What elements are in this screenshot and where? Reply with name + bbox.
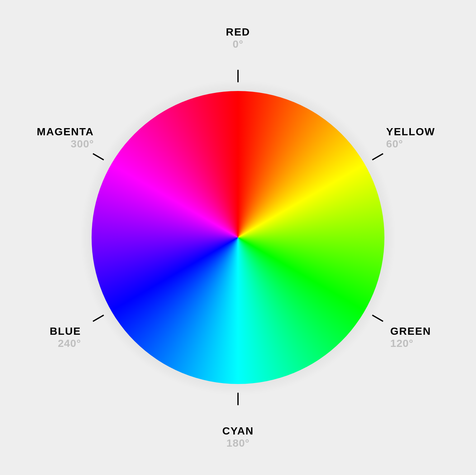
label-cyan-deg: 180° [222,437,254,449]
label-red-name: RED [226,26,250,38]
label-yellow-name: YELLOW [386,126,435,138]
label-red: RED 0° [226,26,250,50]
label-green-deg: 120° [390,337,431,349]
label-green: GREEN 120° [390,325,431,349]
label-yellow-deg: 60° [386,138,435,150]
tick-yellow [372,153,383,160]
label-green-name: GREEN [390,325,431,337]
label-blue-deg: 240° [50,337,81,349]
tick-blue [93,314,104,322]
label-yellow: YELLOW 60° [386,126,435,150]
label-magenta-deg: 300° [37,138,94,150]
label-blue: BLUE 240° [50,325,81,349]
label-blue-name: BLUE [50,325,81,337]
tick-green [372,314,383,322]
tick-red [237,70,239,82]
tick-magenta [93,153,104,160]
label-cyan: CYAN 180° [222,425,254,449]
hue-wheel [92,91,384,384]
tick-cyan [237,393,239,405]
label-red-deg: 0° [226,38,250,50]
label-magenta-name: MAGENTA [37,126,94,138]
color-wheel-stage: RED 0° YELLOW 60° GREEN 120° CYAN 180° B… [0,0,476,475]
label-magenta: MAGENTA 300° [37,126,94,150]
label-cyan-name: CYAN [222,425,254,437]
